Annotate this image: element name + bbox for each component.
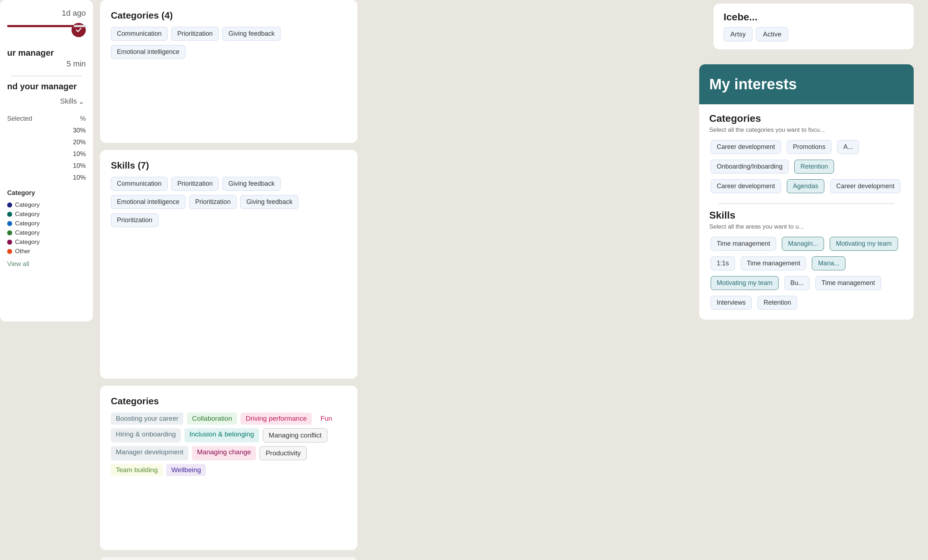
legend-item-2: Category [7,219,86,228]
int-skill-retention[interactable]: Retention [757,296,797,310]
legend-item-4: Category [7,237,86,247]
cat-fun[interactable]: Fun [315,412,337,425]
int-cat-onboarding[interactable]: Onboarding/Inboarding [711,160,789,173]
skill-giving-feedback-2[interactable]: Giving feedback [240,195,299,209]
view-all-link[interactable]: View all [7,260,86,268]
int-cat-career-dev-3[interactable]: Career development [830,179,901,193]
five-min: 5 min [7,59,86,68]
iceberg-tag-active[interactable]: Active [756,27,788,41]
legend-item-other: Other [7,247,86,256]
skills-filter[interactable]: Skills ⌄ [7,97,86,106]
time-ago: 1d ago [7,9,86,18]
divider [11,76,82,76]
pct-row-5: 10% [7,172,86,184]
skills-row-2: Emotional intelligence Prioritization Gi… [111,195,347,209]
int-skill-managing[interactable]: Managin... [782,237,824,251]
cat-driving[interactable]: Driving performance [241,412,312,425]
cat-productivity[interactable]: Productivity [259,446,307,460]
cat-inclusion[interactable]: Inclusion & belonging [185,428,259,443]
pct-row-2: 20% [7,137,86,148]
skill-prioritization-3[interactable]: Prioritization [111,213,158,227]
pct-val-5: 10% [73,174,86,181]
iceberg-tag-artsy[interactable]: Artsy [723,27,752,41]
tag-prioritization[interactable]: Prioritization [171,27,219,41]
manager-label: ur manager [7,48,86,58]
legend-item-1: Category [7,210,86,219]
interests-body: Categories Select all the categories you… [699,104,914,320]
skills-title: Skills (7) [111,160,347,171]
cat-manager-dev[interactable]: Manager development [111,446,188,460]
chevron-down-icon: ⌄ [78,97,84,106]
left-panel: 1d ago ur manager 5 min nd your manager … [0,0,93,321]
iceberg-title: Icebe... [723,11,904,23]
legend-label-1: Category [15,211,40,218]
pct-label: % [80,115,86,123]
legend-item-0: Category [7,200,86,210]
int-skill-time-mgmt[interactable]: Time management [711,237,776,251]
mid-categories-card: Categories Boosting your career Collabor… [100,386,357,550]
categories-color-tags: Boosting your career Collaboration Drivi… [111,412,347,476]
skill-communication[interactable]: Communication [111,177,168,191]
iceberg-tags: Artsy Active [723,27,904,41]
cat-managing-change[interactable]: Managing change [192,446,256,460]
categories-row-1: Communication Prioritization Giving feed… [111,27,347,41]
dot-3 [7,230,12,235]
int-skill-1on1s[interactable]: 1:1s [711,256,735,270]
cat-collaboration[interactable]: Collaboration [187,412,237,425]
int-cat-career-dev-2[interactable]: Career development [711,179,781,193]
int-skill-motivating-2[interactable]: Motivating my team [711,276,778,290]
cat-wellbeing[interactable]: Wellbeing [166,464,206,476]
interests-divider [719,203,894,204]
pct-val-1: 30% [73,127,86,134]
skill-emotional-intelligence[interactable]: Emotional intelligence [111,195,186,209]
dot-0 [7,202,12,207]
int-cat-retention[interactable]: Retention [794,160,834,173]
int-cat-career-dev[interactable]: Career development [711,140,781,154]
interests-skills-section: Skills Select all the areas you want to … [709,210,904,311]
int-skill-motivating[interactable]: Motivating my team [830,237,897,251]
tag-communication[interactable]: Communication [111,27,168,41]
int-skill-time-mgmt-3[interactable]: Time management [815,276,881,290]
category-legend-title: Category [7,189,86,197]
cat-managing-conflict[interactable]: Managing conflict [263,428,328,443]
mid-skills-card: Skills (7) Communication Prioritization … [100,150,357,379]
cat-team-building[interactable]: Team building [111,464,163,476]
manager-label2: nd your manager [7,81,86,91]
skill-prioritization-2[interactable]: Prioritization [189,195,237,209]
skill-giving-feedback[interactable]: Giving feedback [222,177,281,191]
pct-val-2: 20% [73,138,86,146]
progress-bar-fill [7,25,74,27]
badge-panel: arned a badge: Category ampion [100,557,357,560]
dot-1 [7,212,12,217]
tag-emotional-intelligence[interactable]: Emotional intelligence [111,45,186,59]
int-skill-time-mgmt-2[interactable]: Time management [741,256,806,270]
interests-skills-subtitle: Select all the areas you want to u... [709,223,904,230]
skill-prioritization[interactable]: Prioritization [171,177,219,191]
interests-categories-section: Categories Select all the categories you… [709,113,904,195]
selected-label: Selected [7,115,32,123]
category-section: Category Category Category Category Cate… [7,189,86,268]
dot-2 [7,221,12,226]
int-skill-mana[interactable]: Mana... [812,256,846,270]
cat-boosting[interactable]: Boosting your career [111,412,183,425]
int-cat-a[interactable]: A... [837,140,859,154]
int-skill-bu[interactable]: Bu... [784,276,810,290]
interests-skills-title: Skills [709,210,904,221]
skills-row-3: Prioritization [111,213,347,227]
interests-panel: My interests Categories Select all the c… [699,64,914,320]
categories-row-2: Emotional intelligence [111,45,347,59]
skills-filter-label: Skills [60,97,77,105]
interests-header: My interests [699,64,914,104]
legend-item-3: Category [7,228,86,237]
tag-giving-feedback[interactable]: Giving feedback [222,27,281,41]
int-cat-agendas[interactable]: Agendas [787,179,824,193]
legend-label-4: Category [15,239,40,246]
categories-title: Categories (4) [111,10,347,21]
int-skill-interviews[interactable]: Interviews [711,296,752,310]
pct-val-3: 10% [73,151,86,158]
cat-hiring[interactable]: Hiring & onboarding [111,428,181,443]
pct-row-3: 10% [7,148,86,160]
iceberg-card: Icebe... Artsy Active [714,3,914,49]
interests-header-title: My interests [709,76,904,93]
int-cat-promotions[interactable]: Promotions [787,140,832,154]
